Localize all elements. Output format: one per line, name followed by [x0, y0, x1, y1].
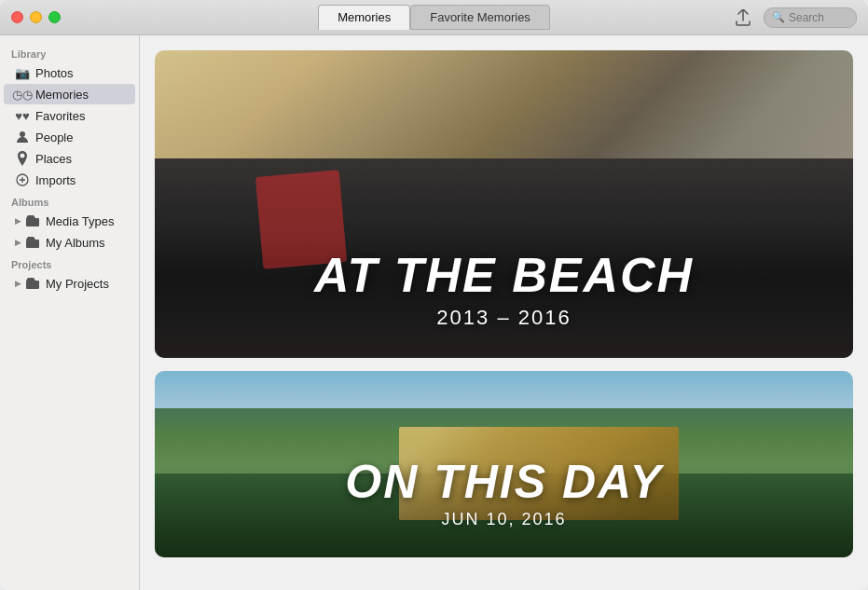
share-button[interactable]: [730, 7, 756, 29]
sidebar-places-label: Places: [35, 152, 72, 166]
close-button[interactable]: [11, 11, 23, 23]
sidebar-my-projects-label: My Projects: [46, 277, 109, 291]
traffic-lights: [11, 11, 61, 23]
projects-section-label: Projects: [0, 254, 139, 272]
heart-icon: ♥: [15, 108, 30, 123]
on-this-day-card-overlay: ON THIS DAY JUN 10, 2016: [155, 371, 853, 557]
minimize-button[interactable]: [30, 11, 42, 23]
sidebar-item-favorites[interactable]: ♥ Favorites: [4, 105, 135, 126]
sidebar-memories-label: Memories: [35, 88, 89, 102]
library-section-label: Library: [0, 43, 139, 62]
memory-card-beach[interactable]: AT THE BEACH 2013 – 2016: [155, 50, 853, 358]
search-input[interactable]: [789, 11, 854, 24]
sidebar-item-media-types[interactable]: ▶ Media Types: [4, 211, 135, 231]
my-albums-icon: [25, 235, 40, 250]
sidebar-favorites-label: Favorites: [35, 109, 85, 123]
tab-memories[interactable]: Memories: [318, 5, 410, 30]
sidebar-item-people[interactable]: People: [4, 127, 135, 147]
maximize-button[interactable]: [48, 11, 61, 23]
my-projects-icon: [25, 276, 40, 291]
import-icon: [15, 172, 30, 187]
on-this-day-card-subtitle: JUN 10, 2016: [441, 510, 566, 529]
svg-rect-5: [26, 240, 39, 248]
svg-rect-6: [26, 281, 39, 289]
sidebar-people-label: People: [35, 130, 73, 144]
beach-card-overlay: AT THE BEACH 2013 – 2016: [155, 50, 853, 358]
search-box[interactable]: 🔍: [764, 7, 857, 28]
memories-icon: ◷: [15, 87, 30, 102]
sidebar-media-types-label: Media Types: [46, 214, 114, 228]
photo-icon: [15, 65, 30, 80]
albums-section-label: Albums: [0, 191, 139, 210]
sidebar-item-photos[interactable]: Photos: [4, 62, 135, 83]
svg-point-0: [20, 131, 25, 137]
pin-icon: [15, 151, 30, 166]
media-types-icon: [25, 213, 40, 228]
svg-rect-4: [26, 218, 39, 226]
sidebar-item-my-albums[interactable]: ▶ My Albums: [4, 232, 135, 253]
sidebar-item-imports[interactable]: Imports: [4, 170, 135, 190]
tab-favorite-memories[interactable]: Favorite Memories: [410, 5, 550, 30]
on-this-day-card-title: ON THIS DAY: [345, 457, 663, 508]
title-bar-actions: 🔍: [730, 7, 857, 29]
person-icon: [15, 130, 30, 144]
expand-arrow-my-albums: ▶: [15, 238, 21, 247]
sidebar-my-albums-label: My Albums: [46, 236, 105, 250]
content-area: AT THE BEACH 2013 – 2016 ON THIS DAY JUN…: [140, 35, 868, 590]
title-bar: Memories Favorite Memories 🔍: [0, 0, 868, 35]
expand-arrow-media-types: ▶: [15, 216, 21, 226]
sidebar-item-memories[interactable]: ◷ Memories: [4, 84, 135, 104]
beach-card-title: AT THE BEACH: [314, 249, 694, 302]
expand-arrow-my-projects: ▶: [15, 279, 21, 288]
sidebar-imports-label: Imports: [35, 173, 76, 187]
tab-group: Memories Favorite Memories: [318, 5, 550, 30]
search-icon: 🔍: [772, 11, 785, 23]
sidebar-item-my-projects[interactable]: ▶ My Projects: [4, 273, 135, 294]
sidebar: Library Photos ◷ Memories ♥ Favorites Pe…: [0, 35, 140, 590]
memory-card-on-this-day[interactable]: ON THIS DAY JUN 10, 2016: [155, 371, 853, 557]
sidebar-item-places[interactable]: Places: [4, 148, 135, 169]
sidebar-photos-label: Photos: [35, 66, 73, 80]
beach-card-subtitle: 2013 – 2016: [436, 306, 571, 330]
main-area: Library Photos ◷ Memories ♥ Favorites Pe…: [0, 35, 868, 590]
